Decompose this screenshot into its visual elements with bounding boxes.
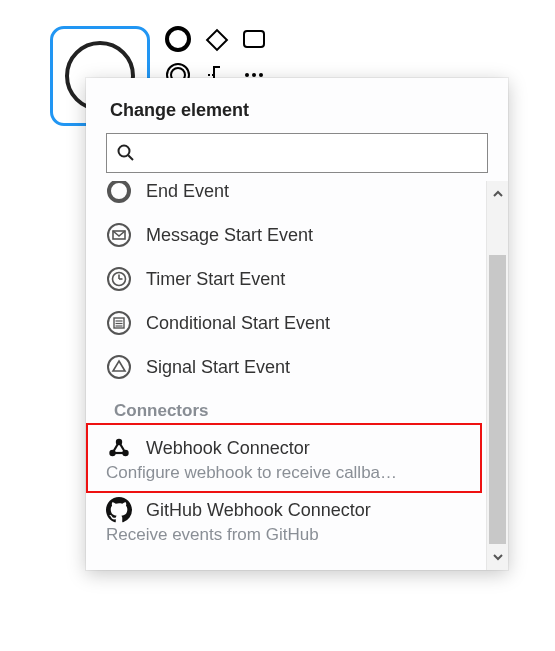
connector-desc: Configure webhook to receive callba…	[104, 463, 474, 483]
pad-end-event[interactable]	[160, 22, 196, 56]
list-item-message-start-event[interactable]: Message Start Event	[92, 213, 484, 257]
scrollbar-track[interactable]	[487, 207, 508, 544]
github-icon	[104, 495, 134, 525]
svg-point-23	[108, 356, 130, 378]
scrollbar[interactable]	[486, 181, 508, 570]
connector-label: Webhook Connector	[146, 438, 310, 459]
svg-point-6	[245, 73, 249, 77]
list-item-timer-start-event[interactable]: Timer Start Event	[92, 257, 484, 301]
chevron-up-icon	[492, 188, 504, 200]
list-item-end-event[interactable]: End Event	[92, 181, 484, 213]
svg-rect-2	[244, 31, 264, 47]
list-item-label: Signal Start Event	[146, 357, 290, 378]
list-item-github-webhook-connector[interactable]: GitHub Webhook Connector Receive events …	[92, 489, 484, 551]
connectors-section-title: Connectors	[92, 389, 484, 427]
svg-point-7	[252, 73, 256, 77]
scrollbar-thumb[interactable]	[489, 255, 506, 544]
search-input[interactable]	[143, 134, 479, 172]
popup-list: End Event Message Start Event	[86, 181, 486, 570]
end-event-icon	[104, 181, 134, 206]
webhook-icon	[104, 433, 134, 463]
diamond-icon	[202, 25, 230, 53]
list-item-conditional-start-event[interactable]: Conditional Start Event	[92, 301, 484, 345]
svg-point-9	[119, 146, 130, 157]
list-item-label: End Event	[146, 181, 229, 202]
list-item-label: Message Start Event	[146, 225, 313, 246]
connector-label: GitHub Webhook Connector	[146, 500, 371, 521]
circle-thick-icon	[164, 25, 192, 53]
list-item-label: Conditional Start Event	[146, 313, 330, 334]
scrollbar-up-arrow[interactable]	[487, 181, 508, 207]
conditional-start-event-icon	[104, 308, 134, 338]
svg-line-10	[128, 155, 133, 160]
pad-gateway[interactable]	[198, 22, 234, 56]
list-item-label: Timer Start Event	[146, 269, 285, 290]
svg-rect-1	[207, 30, 227, 50]
rounded-rect-icon	[240, 25, 268, 53]
scrollbar-down-arrow[interactable]	[487, 544, 508, 570]
svg-point-8	[259, 73, 263, 77]
signal-start-event-icon	[104, 352, 134, 382]
popup-search[interactable]	[106, 133, 488, 173]
pad-task[interactable]	[236, 22, 272, 56]
list-item-signal-start-event[interactable]: Signal Start Event	[92, 345, 484, 389]
search-icon	[115, 142, 137, 164]
list-item-webhook-connector[interactable]: Webhook Connector Configure webhook to r…	[92, 427, 484, 489]
popup-title: Change element	[86, 78, 508, 133]
svg-point-0	[167, 28, 189, 50]
connector-desc: Receive events from GitHub	[104, 525, 474, 545]
svg-point-11	[109, 181, 129, 201]
message-start-event-icon	[104, 220, 134, 250]
timer-start-event-icon	[104, 264, 134, 294]
change-element-popup: Change element End Event	[86, 78, 508, 570]
chevron-down-icon	[492, 551, 504, 563]
